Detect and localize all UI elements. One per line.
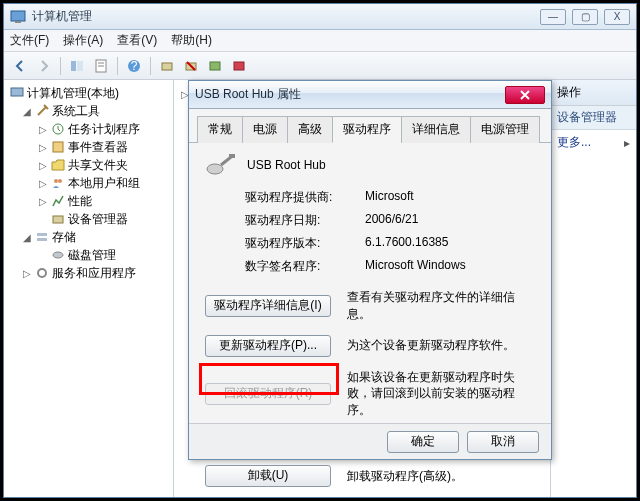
window-title: 计算机管理 <box>32 8 540 25</box>
uninstall-desc: 卸载驱动程序(高级)。 <box>347 468 535 485</box>
tree-services[interactable]: ▷服务和应用程序 <box>6 264 171 282</box>
svg-point-22 <box>53 252 63 258</box>
tab-bar: 常规 电源 高级 驱动程序 详细信息 电源管理 <box>189 109 551 143</box>
uninstall-device-button[interactable] <box>181 56 201 76</box>
expand-icon: ▷ <box>38 160 48 171</box>
maximize-button[interactable]: ▢ <box>572 9 598 25</box>
menubar: 文件(F) 操作(A) 查看(V) 帮助(H) <box>4 30 636 52</box>
forward-button[interactable] <box>34 56 54 76</box>
computer-icon <box>10 86 24 100</box>
services-icon <box>35 266 49 280</box>
svg-rect-19 <box>53 216 63 223</box>
expand-icon: ▷ <box>38 178 48 189</box>
properties-dialog: USB Root Hub 属性 常规 电源 高级 驱动程序 详细信息 电源管理 … <box>188 80 552 460</box>
signer-label: 数字签名程序: <box>245 258 365 275</box>
driver-details-desc: 查看有关驱动程序文件的详细信息。 <box>347 289 535 323</box>
tree-systools[interactable]: ◢系统工具 <box>6 102 171 120</box>
actions-pane: 操作 设备管理器 更多...▸ <box>550 80 636 497</box>
show-hide-tree-button[interactable] <box>67 56 87 76</box>
svg-rect-1 <box>15 21 21 23</box>
svg-point-26 <box>207 164 223 174</box>
actions-title: 操作 <box>551 80 636 106</box>
dialog-titlebar: USB Root Hub 属性 <box>189 81 551 109</box>
date-value: 2006/6/21 <box>365 212 418 229</box>
chevron-right-icon: ▸ <box>624 136 630 150</box>
back-button[interactable] <box>10 56 30 76</box>
tab-driver[interactable]: 驱动程序 <box>332 116 402 143</box>
svg-rect-13 <box>234 62 244 70</box>
tab-general[interactable]: 常规 <box>197 116 243 143</box>
device-icon <box>51 212 65 226</box>
svg-rect-0 <box>11 11 25 21</box>
help-button[interactable]: ? <box>124 56 144 76</box>
tab-details[interactable]: 详细信息 <box>401 116 471 143</box>
menu-help[interactable]: 帮助(H) <box>171 32 212 49</box>
rollback-driver-button: 回滚驱动程序(R) <box>205 383 331 405</box>
svg-rect-9 <box>162 63 172 70</box>
cancel-button[interactable]: 取消 <box>467 431 539 453</box>
date-label: 驱动程序日期: <box>245 212 365 229</box>
expand-icon: ▷ <box>38 124 48 135</box>
tree-disk-management[interactable]: 磁盘管理 <box>6 246 171 264</box>
svg-point-18 <box>58 179 62 183</box>
clock-icon <box>51 122 65 136</box>
signer-value: Microsoft Windows <box>365 258 466 275</box>
ok-button[interactable]: 确定 <box>387 431 459 453</box>
tree-performance[interactable]: ▷性能 <box>6 192 171 210</box>
tree-shared-folders[interactable]: ▷共享文件夹 <box>6 156 171 174</box>
scan-hardware-button[interactable] <box>157 56 177 76</box>
provider-value: Microsoft <box>365 189 414 206</box>
svg-rect-27 <box>229 154 235 158</box>
dialog-title: USB Root Hub 属性 <box>195 86 505 103</box>
menu-file[interactable]: 文件(F) <box>10 32 49 49</box>
titlebar: 计算机管理 — ▢ X <box>4 4 636 30</box>
menu-view[interactable]: 查看(V) <box>117 32 157 49</box>
update-driver-desc: 为这个设备更新驱动程序软件。 <box>347 337 535 354</box>
tree-device-manager[interactable]: 设备管理器 <box>6 210 171 228</box>
app-icon <box>10 9 26 25</box>
tree-pane: 计算机管理(本地) ◢系统工具 ▷任务计划程序 ▷事件查看器 ▷共享文件夹 ▷本… <box>4 80 174 497</box>
svg-rect-12 <box>210 62 220 70</box>
menu-action[interactable]: 操作(A) <box>63 32 103 49</box>
svg-rect-16 <box>53 142 63 152</box>
tools-icon <box>35 104 49 118</box>
dialog-footer: 确定 取消 <box>189 423 551 459</box>
svg-rect-14 <box>11 88 23 96</box>
rollback-driver-desc: 如果该设备在更新驱动程序时失败，请回滚到以前安装的驱动程序。 <box>347 369 535 419</box>
collapse-icon: ◢ <box>22 106 32 117</box>
update-driver-button[interactable] <box>205 56 225 76</box>
enable-device-button[interactable] <box>229 56 249 76</box>
tree-root[interactable]: 计算机管理(本地) <box>6 84 171 102</box>
close-button[interactable]: X <box>604 9 630 25</box>
tab-power-mgmt[interactable]: 电源管理 <box>470 116 540 143</box>
tab-power[interactable]: 电源 <box>242 116 288 143</box>
close-icon <box>520 90 530 100</box>
minimize-button[interactable]: — <box>540 9 566 25</box>
actions-more[interactable]: 更多...▸ <box>551 130 636 155</box>
properties-button[interactable] <box>91 56 111 76</box>
perf-icon <box>51 194 65 208</box>
usb-hub-icon <box>205 153 237 177</box>
tab-advanced[interactable]: 高级 <box>287 116 333 143</box>
dialog-close-button[interactable] <box>505 86 545 104</box>
tree-storage[interactable]: ◢存储 <box>6 228 171 246</box>
expand-icon: ▷ <box>22 268 32 279</box>
uninstall-button[interactable]: 卸载(U) <box>205 465 331 487</box>
svg-point-23 <box>38 269 46 277</box>
disk-icon <box>51 248 65 262</box>
expand-icon: ▷ <box>38 142 48 153</box>
version-value: 6.1.7600.16385 <box>365 235 448 252</box>
folder-icon <box>51 158 65 172</box>
storage-icon <box>35 230 49 244</box>
tree-local-users[interactable]: ▷本地用户和组 <box>6 174 171 192</box>
svg-rect-21 <box>37 238 47 241</box>
driver-details-button[interactable]: 驱动程序详细信息(I) <box>205 295 331 317</box>
users-icon <box>51 176 65 190</box>
svg-point-17 <box>54 179 58 183</box>
svg-rect-2 <box>71 61 76 71</box>
provider-label: 驱动程序提供商: <box>245 189 365 206</box>
svg-text:?: ? <box>131 59 138 73</box>
tree-event-viewer[interactable]: ▷事件查看器 <box>6 138 171 156</box>
tree-task-scheduler[interactable]: ▷任务计划程序 <box>6 120 171 138</box>
update-driver-button[interactable]: 更新驱动程序(P)... <box>205 335 331 357</box>
